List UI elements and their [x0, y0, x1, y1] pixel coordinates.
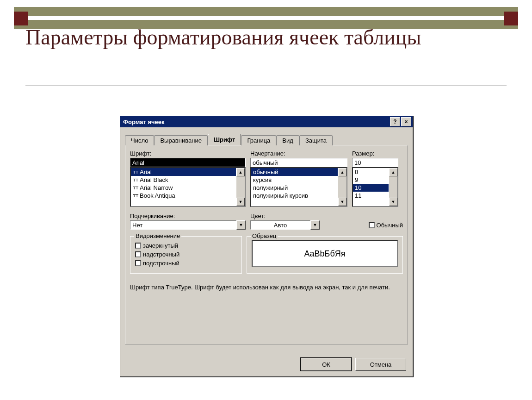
font-label: Шрифт:	[130, 150, 246, 157]
tab-patterns[interactable]: Вид	[276, 135, 299, 145]
dialog-titlebar[interactable]: Формат ячеек ? ×	[120, 116, 413, 127]
close-button[interactable]: ×	[401, 117, 411, 126]
list-item[interactable]: ᴛᴛArial Black	[131, 176, 236, 184]
subscript-checkbox[interactable]: подстрочный	[135, 260, 237, 267]
ok-button[interactable]: ОК	[301, 358, 352, 371]
chevron-down-icon[interactable]: ▼	[310, 220, 320, 230]
truetype-icon: ᴛᴛ	[133, 177, 140, 183]
list-item[interactable]: ᴛᴛArial	[131, 168, 236, 176]
scrollbar[interactable]: ▲ ▼	[236, 168, 245, 206]
scroll-up-icon[interactable]: ▲	[389, 168, 397, 176]
help-button[interactable]: ?	[390, 117, 400, 126]
font-preview: AaBbБбЯя	[252, 240, 398, 267]
style-listbox[interactable]: обычный курсив полужирный полужирный кур…	[250, 167, 347, 207]
title-underline	[25, 86, 507, 86]
scroll-down-icon[interactable]: ▼	[389, 198, 397, 206]
list-item[interactable]: полужирный	[251, 184, 338, 192]
underline-label: Подчеркивание:	[130, 212, 246, 219]
checkbox-box	[369, 222, 375, 228]
tab-alignment[interactable]: Выравнивание	[154, 135, 207, 145]
color-label: Цвет:	[250, 212, 320, 219]
effects-group-label: Видоизменение	[134, 232, 181, 239]
tab-protection[interactable]: Защита	[299, 135, 333, 145]
font-name-input[interactable]: Arial	[130, 158, 246, 167]
color-value: Авто	[250, 220, 310, 230]
font-listbox[interactable]: ᴛᴛArial ᴛᴛArial Black ᴛᴛArial Narrow ᴛᴛB…	[130, 167, 246, 207]
tab-strip: Число Выравнивание Шрифт Граница Вид Защ…	[125, 133, 408, 145]
truetype-icon: ᴛᴛ	[133, 185, 140, 191]
list-item[interactable]: 8	[353, 168, 389, 176]
normal-font-label: Обычный	[377, 222, 403, 229]
cancel-button[interactable]: Отмена	[355, 358, 406, 371]
subscript-label: подстрочный	[143, 260, 179, 267]
size-label: Размер:	[352, 150, 398, 157]
checkbox-box	[135, 243, 141, 249]
list-item[interactable]: курсив	[251, 176, 338, 184]
tab-font[interactable]: Шрифт	[208, 134, 241, 145]
list-item[interactable]: обычный	[251, 168, 338, 176]
scrollbar[interactable]: ▲ ▼	[338, 168, 346, 206]
list-item[interactable]: ᴛᴛArial Narrow	[131, 184, 236, 192]
scroll-up-icon[interactable]: ▲	[338, 168, 346, 176]
dialog-title: Формат ячеек	[123, 119, 389, 125]
font-size-input[interactable]: 10	[352, 158, 398, 167]
list-item[interactable]: 10	[353, 184, 389, 192]
checkbox-box	[135, 251, 141, 257]
superscript-label: надстрочный	[143, 251, 179, 258]
font-style-input[interactable]: обычный	[250, 158, 347, 167]
scroll-down-icon[interactable]: ▼	[338, 198, 346, 206]
truetype-icon: ᴛᴛ	[133, 169, 140, 175]
list-item[interactable]: ᴛᴛBook Antiqua	[131, 192, 236, 200]
page-title: Параметры форматирования ячеек таблицы	[25, 25, 507, 50]
superscript-checkbox[interactable]: надстрочный	[135, 251, 237, 258]
underline-dropdown[interactable]: Нет ▼	[130, 220, 246, 230]
normal-font-checkbox[interactable]: Обычный	[369, 222, 403, 229]
sample-group-label: Образец	[251, 232, 278, 239]
strike-label: зачеркнутый	[143, 242, 178, 249]
truetype-hint: Шрифт типа TrueType. Шрифт будет использ…	[130, 284, 403, 291]
truetype-icon: ᴛᴛ	[133, 193, 140, 199]
list-item[interactable]: 9	[353, 176, 389, 184]
style-label: Начертание:	[250, 150, 347, 157]
chevron-down-icon[interactable]: ▼	[236, 220, 246, 230]
list-item[interactable]: 11	[353, 192, 389, 200]
underline-value: Нет	[130, 220, 236, 230]
format-cells-dialog: Формат ячеек ? × Число Выравнивание Шриф…	[120, 116, 413, 377]
size-listbox[interactable]: 8 9 10 11 ▲ ▼	[352, 167, 398, 207]
color-dropdown[interactable]: Авто ▼	[250, 220, 320, 230]
scroll-down-icon[interactable]: ▼	[236, 198, 245, 206]
effects-group: Видоизменение зачеркнутый надстрочный по…	[130, 236, 242, 274]
list-item[interactable]: полужирный курсив	[251, 192, 338, 200]
tab-number[interactable]: Число	[125, 135, 154, 145]
checkbox-box	[135, 260, 141, 266]
scroll-up-icon[interactable]: ▲	[236, 168, 245, 176]
strikethrough-checkbox[interactable]: зачеркнутый	[135, 242, 237, 249]
sample-group: Образец AaBbБбЯя	[247, 236, 403, 274]
scrollbar[interactable]: ▲ ▼	[389, 168, 397, 206]
font-panel: Шрифт: Arial ᴛᴛArial ᴛᴛArial Black ᴛᴛAri…	[125, 145, 408, 344]
tab-border[interactable]: Граница	[241, 135, 276, 145]
dialog-buttons: ОК Отмена	[301, 358, 406, 371]
